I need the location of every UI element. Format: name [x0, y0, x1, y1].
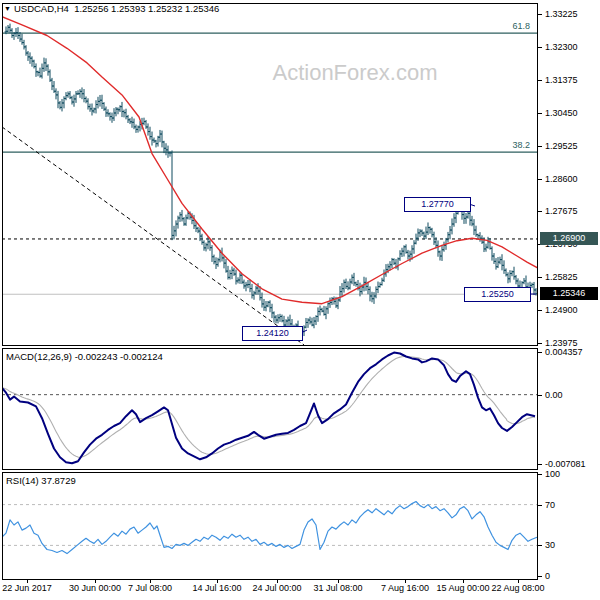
- ohlc-values: 1.25256 1.25393 1.25232 1.25346: [74, 3, 219, 14]
- trendline-dashed: [2, 127, 304, 345]
- red-ma-line: [2, 17, 538, 304]
- price-tick-1.27675-mark: [538, 211, 542, 212]
- rsi-label: RSI(14) 37.8729: [6, 475, 76, 486]
- time-axis: 22 Jun 201730 Jun 00:007 Jul 08:0014 Jul…: [0, 580, 600, 600]
- price-chart-svg: [2, 3, 538, 346]
- price-tick-1.30450: 1.30450: [545, 108, 578, 118]
- chart-window: ▼USDCAD,H4 1.25256 1.25393 1.25232 1.253…: [0, 0, 600, 600]
- price-tick-1.32300: 1.32300: [545, 42, 578, 52]
- macd-tick-0.004357: 0.004357: [545, 347, 583, 357]
- price-tick-1.23975-mark: [538, 343, 542, 344]
- price-tick-1.27675: 1.27675: [545, 206, 578, 216]
- time-tick-label: 7 Aug 16:00: [381, 583, 429, 593]
- time-tick-label: 24 Jul 00:00: [252, 583, 301, 593]
- price-tick-1.28600-mark: [538, 179, 542, 180]
- price-panel: 61.8 38.2 1.27770 1.25250 1.24120: [2, 3, 538, 346]
- rsi-chart-svg: [2, 472, 538, 580]
- price-annotation-level: 1.25250: [464, 287, 531, 302]
- price-tick-1.33225: 1.33225: [545, 9, 578, 19]
- macd-tick-0.00: 0.00: [545, 390, 563, 400]
- price-tick-1.30450-mark: [538, 113, 542, 114]
- rsi-tick-70: 70: [545, 500, 555, 510]
- current-price-badge: 1.25346: [540, 287, 598, 300]
- watermark: ActionForex.com: [272, 60, 437, 86]
- price-annotation-high: 1.27770: [404, 197, 471, 212]
- macd-chart-svg: [2, 348, 538, 470]
- price-tick-1.24900: 1.24900: [545, 305, 578, 315]
- price-axis: 1.26900 1.25346 1.332251.323001.313751.3…: [538, 0, 600, 600]
- macd-tick--0.007081-mark: [538, 464, 542, 465]
- price-tick-1.28600: 1.28600: [545, 174, 578, 184]
- price-annotation-low: 1.24120: [242, 326, 303, 341]
- rsi-tick-100: 100: [545, 469, 560, 479]
- price-tick-1.31375: 1.31375: [545, 75, 578, 85]
- macd-label: MACD(12,26,9) -0.002243 -0.002124: [6, 351, 163, 362]
- rsi-panel: RSI(14) 37.8729: [2, 472, 538, 580]
- time-tick-label: 22 Aug 08:00: [491, 583, 544, 593]
- macd-signal-line: [2, 357, 535, 458]
- dropdown-triangle-icon: ▼: [4, 5, 11, 12]
- rsi-tick-100-mark: [538, 474, 542, 475]
- time-tick-label: 30 Jun 00:00: [69, 583, 121, 593]
- rsi-tick-30: 30: [545, 540, 555, 550]
- macd-tick-0.004357-mark: [538, 352, 542, 353]
- fib-38.2-label: 38.2: [512, 140, 530, 150]
- price-tick-1.31375-mark: [538, 80, 542, 81]
- price-tick-1.29525: 1.29525: [545, 141, 578, 151]
- panel-frame: [3, 349, 538, 470]
- symbol-timeframe: USDCAD,H4: [14, 3, 69, 14]
- price-tick-1.25825: 1.25825: [545, 272, 578, 282]
- resistance-price-badge: 1.26900: [540, 232, 598, 245]
- price-tick-1.32300-mark: [538, 47, 542, 48]
- time-tick-label: 31 Jul 08:00: [313, 583, 362, 593]
- price-tick-1.33225-mark: [538, 14, 542, 15]
- rsi-tick-0-mark: [538, 576, 542, 577]
- time-tick-label: 15 Aug 00:00: [436, 583, 489, 593]
- rsi-tick-70-mark: [538, 505, 542, 506]
- price-tick-1.25825-mark: [538, 277, 542, 278]
- time-tick-label: 22 Jun 2017: [2, 583, 52, 593]
- macd-tick--0.007081: -0.007081: [545, 459, 586, 469]
- fib-61.8-label: 61.8: [512, 21, 530, 31]
- chart-title: ▼USDCAD,H4 1.25256 1.25393 1.25232 1.253…: [4, 3, 219, 14]
- price-tick-1.29525-mark: [538, 146, 542, 147]
- price-tick-1.24900-mark: [538, 310, 542, 311]
- macd-main-line: [2, 353, 535, 464]
- panel-frame: [3, 473, 538, 580]
- time-tick-label: 7 Jul 08:00: [128, 583, 172, 593]
- time-tick-label: 14 Jul 16:00: [192, 583, 241, 593]
- rsi-tick-30-mark: [538, 545, 542, 546]
- macd-panel: MACD(12,26,9) -0.002243 -0.002124: [2, 348, 538, 470]
- macd-tick-0.00-mark: [538, 395, 542, 396]
